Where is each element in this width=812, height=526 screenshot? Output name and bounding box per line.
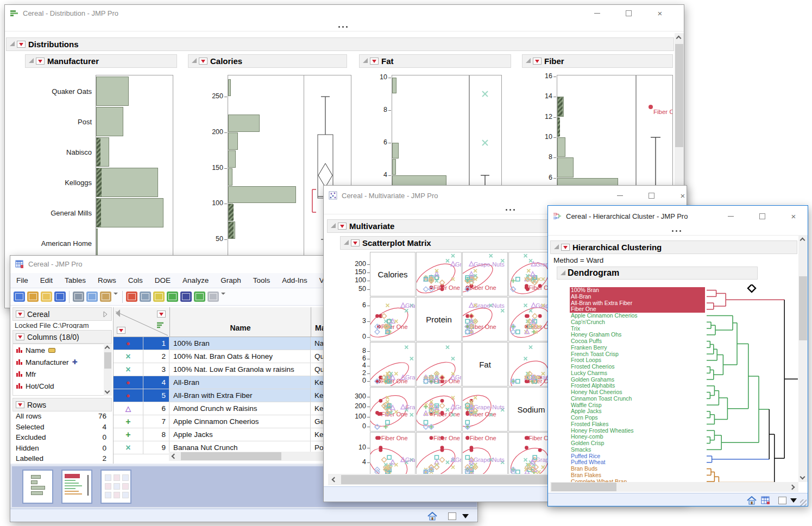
manufacturer-bar[interactable]	[96, 229, 98, 258]
row-number-cell[interactable]: 9	[143, 441, 169, 454]
scatterplot[interactable]: Fiber OneGrape-Nuts	[370, 297, 416, 341]
journal-icon[interactable]	[27, 291, 39, 302]
table-panel-header[interactable]: Cereal	[12, 307, 112, 321]
name-cell[interactable]: All-Bran	[169, 376, 311, 389]
paste-icon[interactable]	[100, 291, 111, 302]
menu-tools[interactable]: Tools	[247, 276, 276, 284]
minimize-button[interactable]	[585, 6, 609, 20]
disclosure-triangle-icon[interactable]	[363, 58, 368, 63]
column-item[interactable]: Hot/Cold	[13, 380, 104, 392]
dendrogram-leaf-label[interactable]: Bran Buds	[571, 466, 597, 472]
summary-icon[interactable]	[140, 291, 151, 302]
fit-y-by-x-icon[interactable]	[180, 291, 192, 302]
toolbar-overflow-icon[interactable]	[221, 293, 225, 295]
scatterplot-cell[interactable]: Fiber OneGrape-Nuts	[416, 387, 462, 432]
columns-panel-header[interactable]: Columns (18/0)	[12, 330, 112, 344]
scatterplot[interactable]: Fiber OneGrape-Nuts	[416, 387, 462, 432]
disclosure-triangle-icon[interactable]	[331, 223, 336, 228]
histogram-bar[interactable]	[392, 143, 399, 159]
dendrogram-leaf-label[interactable]: 100% Bran	[571, 287, 599, 294]
disclosure-triangle-icon[interactable]	[344, 240, 349, 245]
outline-fat[interactable]: Fat	[359, 54, 511, 68]
scatterplot[interactable]: Fiber OneGrape-Nuts	[416, 432, 462, 474]
red-triangle-menu-icon[interactable]	[533, 58, 542, 65]
scatterplot-cell[interactable]: Fiber OneGrape-Nuts	[370, 387, 416, 432]
ribbon-toggle[interactable]	[338, 26, 348, 28]
selected-bar-portion[interactable]	[229, 222, 234, 238]
red-triangle-menu-icon[interactable]	[16, 401, 24, 408]
manufacturer-bar[interactable]	[96, 107, 123, 136]
row-state-cell[interactable]: +	[114, 428, 143, 441]
dendrogram-leaf-label[interactable]: Apple Cinnamon Cheerios	[571, 313, 638, 319]
dendrogram-leaf-label[interactable]: Lucky Charms	[571, 370, 607, 377]
dendrogram-leaf-label[interactable]: Smacks	[571, 447, 591, 453]
scroll-down-icon[interactable]	[105, 389, 110, 394]
scrollbar-thumb[interactable]	[104, 352, 111, 369]
column-item[interactable]: Mfr	[13, 368, 104, 380]
manufacturer-bar[interactable]	[96, 77, 129, 106]
cut-icon[interactable]	[73, 291, 84, 302]
data-table-icon[interactable]	[126, 291, 137, 302]
name-cell[interactable]: 100% Nat. Bran Oats & Honey	[169, 350, 311, 363]
disclosure-triangle-icon[interactable]	[526, 58, 531, 63]
scrollbar-thumb[interactable]	[799, 276, 807, 340]
menu-cols[interactable]: Cols	[122, 276, 149, 284]
data-table-icon[interactable]	[761, 496, 770, 506]
dendrogram-leaf-label[interactable]: Honey Nut Cheerios	[571, 389, 622, 396]
red-triangle-menu-icon[interactable]	[16, 310, 24, 318]
columns-scrollbar[interactable]	[104, 344, 112, 396]
red-triangle-menu-icon[interactable]	[157, 310, 166, 318]
rows-stat[interactable]: Excluded0	[12, 433, 112, 444]
selected-bar-portion[interactable]	[97, 168, 102, 197]
row-state-cell[interactable]: ●	[114, 389, 143, 402]
scroll-right-icon[interactable]	[790, 485, 795, 490]
minimize-button[interactable]	[608, 188, 632, 202]
dendrogram-leaf-label[interactable]: All-Bran	[571, 294, 591, 300]
scatterplot[interactable]: Fiber OneGrape-Nuts	[462, 297, 508, 341]
scrollbar-thumb[interactable]	[675, 44, 683, 147]
disclosure-triangle-icon[interactable]	[10, 41, 15, 46]
row-state-cell[interactable]: ●	[114, 337, 143, 350]
histogram-bar[interactable]	[392, 159, 396, 175]
red-triangle-menu-icon[interactable]	[561, 244, 570, 251]
maximize-button[interactable]	[639, 188, 663, 202]
red-triangle-menu-icon[interactable]	[199, 58, 207, 65]
dendrogram-leaf-label[interactable]: Franken Berry	[571, 345, 607, 351]
window-menu-dropdown-icon[interactable]	[790, 498, 797, 503]
red-triangle-menu-icon[interactable]	[338, 223, 347, 230]
rows-stat[interactable]: All rows76	[12, 412, 112, 423]
row-state-cell[interactable]: ×	[114, 441, 143, 454]
distribution-icon[interactable]	[167, 291, 178, 302]
collapse-panels-icon[interactable]	[116, 309, 120, 317]
vertical-scrollbar[interactable]	[798, 235, 808, 482]
column-header-name[interactable]: Name	[170, 324, 311, 332]
histogram-bar[interactable]	[228, 115, 260, 132]
dendrogram-leaf-label[interactable]: Cocoa Puffs	[571, 338, 602, 345]
scatterplot-cell[interactable]: Fiber OneGrape-Nuts	[462, 252, 508, 296]
red-triangle-menu-icon[interactable]	[16, 333, 24, 340]
scrollbar-thumb[interactable]	[181, 452, 281, 460]
scatterplot[interactable]: Fiber OneGrape-Nuts	[462, 432, 508, 474]
resize-grip[interactable]	[800, 499, 807, 506]
row-number-cell[interactable]: 5	[143, 389, 169, 402]
maximize-button[interactable]	[616, 6, 640, 20]
scroll-up-icon[interactable]	[800, 238, 805, 243]
multivariate-titlebar[interactable]: Cereal - Multivariate - JMP Pro ×	[324, 186, 687, 205]
name-cell[interactable]: 100% Nat. Low Fat Granola w raisins	[169, 363, 311, 376]
menu-file[interactable]: File	[10, 276, 34, 284]
ribbon-toggle[interactable]	[672, 230, 681, 232]
row-number-cell[interactable]: 8	[143, 428, 169, 441]
row-number-cell[interactable]: 2	[143, 350, 169, 363]
scroll-up-icon[interactable]	[676, 36, 682, 41]
selected-bar-portion[interactable]	[97, 199, 101, 227]
annotate-icon[interactable]	[207, 291, 219, 302]
distribution-titlebar[interactable]: Cereal - Distribution - JMP Pro ×	[5, 5, 684, 22]
minimize-button[interactable]	[719, 209, 742, 223]
disclosure-triangle-icon[interactable]	[554, 244, 559, 249]
matrix-diagonal-cell[interactable]: Calories	[370, 252, 416, 296]
histogram-bar[interactable]	[392, 78, 396, 93]
horizontal-scrollbar[interactable]	[550, 482, 798, 492]
manufacturer-bar[interactable]	[96, 198, 163, 227]
report-thumbnail-multivariate[interactable]	[100, 470, 131, 504]
scatterplot-cell[interactable]: Fiber OneGrape-Nuts	[416, 252, 462, 296]
